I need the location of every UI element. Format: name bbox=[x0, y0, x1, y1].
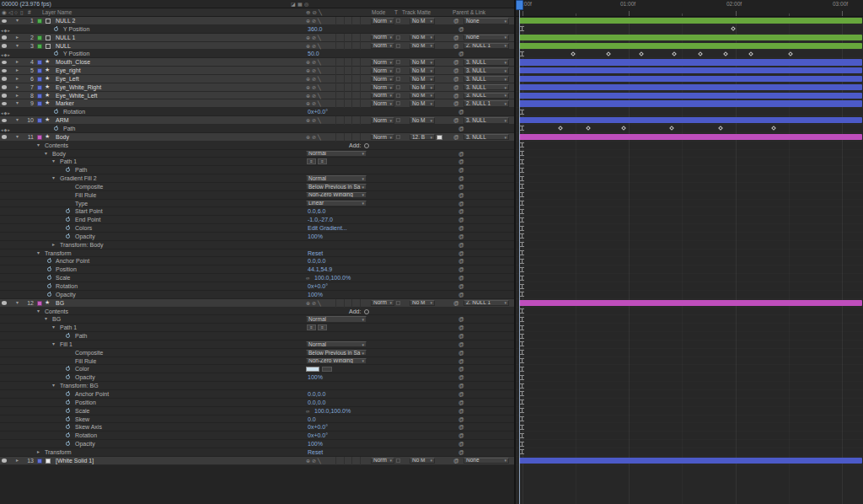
parent-pickwhip-icon[interactable]: @ bbox=[453, 300, 459, 307]
contents-property-name[interactable]: Contents bbox=[45, 142, 68, 149]
stopwatch-icon[interactable] bbox=[47, 267, 51, 271]
layer-name[interactable]: Eye_right bbox=[56, 67, 81, 74]
visibility-eye-icon[interactable] bbox=[2, 135, 7, 139]
property-pickwhip-icon[interactable]: @ bbox=[458, 358, 464, 365]
group-twirl-icon[interactable]: ▾ bbox=[52, 324, 55, 330]
skew-property-name[interactable]: Skew bbox=[75, 416, 89, 423]
property-pickwhip-icon[interactable]: @ bbox=[458, 449, 464, 456]
blend-mode-select[interactable]: Norm▾ bbox=[371, 300, 394, 307]
visibility-eye-icon[interactable] bbox=[2, 77, 7, 81]
stopwatch-icon[interactable] bbox=[66, 334, 70, 338]
group-twirl-icon[interactable]: ▾ bbox=[37, 142, 40, 148]
parent-pickwhip-icon[interactable]: @ bbox=[453, 117, 459, 124]
dimensions-link-icon[interactable]: ∞ bbox=[306, 275, 309, 281]
keyframe-diamond[interactable] bbox=[698, 51, 703, 56]
stopwatch-icon[interactable] bbox=[66, 226, 70, 230]
property-pickwhip-icon[interactable]: @ bbox=[458, 350, 464, 357]
opacity-property-name[interactable]: Opacity bbox=[75, 374, 95, 381]
layer-duration-bar[interactable] bbox=[519, 117, 862, 123]
label-color-chip[interactable] bbox=[37, 458, 42, 464]
property-pickwhip-icon[interactable]: @ bbox=[458, 399, 464, 406]
layer-name[interactable]: BG bbox=[56, 300, 64, 307]
property-pickwhip-icon[interactable]: @ bbox=[458, 217, 464, 223]
gradient-fill-2-property-name[interactable]: Gradient Fill 2 bbox=[60, 175, 97, 182]
layer-switches[interactable]: ⊕⊘╲ bbox=[306, 300, 323, 307]
end-point-property-name[interactable]: End Point bbox=[75, 217, 100, 223]
stopwatch-icon[interactable] bbox=[54, 51, 58, 56]
label-color-chip[interactable] bbox=[37, 68, 42, 73]
property-pickwhip-icon[interactable]: @ bbox=[458, 109, 464, 115]
fill-rule-property-name[interactable]: Fill Rule bbox=[75, 358, 96, 365]
visibility-eye-icon[interactable] bbox=[2, 61, 7, 65]
motion-blur-master-icon[interactable]: ◎ bbox=[304, 1, 308, 8]
visibility-eye-icon[interactable] bbox=[2, 102, 7, 106]
layer-duration-bar[interactable] bbox=[519, 300, 862, 306]
stopwatch-icon[interactable] bbox=[54, 110, 58, 114]
body-dropdown[interactable]: Normal▾ bbox=[306, 151, 367, 158]
layer-switches[interactable]: ⊕⊘╲ bbox=[306, 93, 323, 99]
layer-twirl-icon[interactable]: ▸ bbox=[16, 34, 19, 40]
stopwatch-icon[interactable] bbox=[66, 400, 70, 405]
column-mode[interactable]: Mode bbox=[372, 9, 385, 16]
group-twirl-icon[interactable]: ▾ bbox=[52, 382, 55, 389]
transform-body-property-name[interactable]: Transform: Body bbox=[60, 242, 103, 249]
time-ruler[interactable]: :00f01:00f02:00f03:00f bbox=[516, 0, 863, 17]
property-pickwhip-icon[interactable]: @ bbox=[458, 275, 464, 281]
t-toggle[interactable] bbox=[396, 101, 400, 105]
t-toggle[interactable] bbox=[396, 118, 400, 122]
layer-name[interactable]: Eye_Left bbox=[56, 76, 79, 83]
t-toggle[interactable] bbox=[396, 60, 400, 64]
layer-duration-bar[interactable] bbox=[519, 100, 862, 106]
panel-divider[interactable] bbox=[514, 0, 516, 504]
layer-name[interactable]: Mouth_Close bbox=[56, 59, 90, 66]
layer-switches[interactable]: ⊕⊘╲ bbox=[306, 76, 323, 83]
transform-value[interactable]: Reset bbox=[308, 449, 323, 456]
layer-duration-bar[interactable] bbox=[519, 59, 862, 65]
stopwatch-icon[interactable] bbox=[66, 442, 70, 446]
group-twirl-icon[interactable]: ▸ bbox=[37, 448, 40, 455]
property-pickwhip-icon[interactable]: @ bbox=[458, 242, 464, 249]
layer-duration-bar[interactable] bbox=[519, 93, 862, 99]
anchor-point-property-name[interactable]: Anchor Point bbox=[75, 391, 109, 398]
type-property-name[interactable]: Type bbox=[75, 201, 88, 207]
parent-link-select[interactable]: 3. NULL▾ bbox=[464, 117, 509, 124]
layer-switches[interactable]: ⊕⊘╲ bbox=[306, 35, 323, 41]
y-position-value[interactable]: 50.0 bbox=[308, 51, 319, 57]
stopwatch-icon[interactable] bbox=[66, 375, 70, 379]
anchor-point-value[interactable]: 0.0,0.0 bbox=[308, 258, 325, 265]
composite-property-name[interactable]: Composite bbox=[75, 184, 103, 190]
stopwatch-icon[interactable] bbox=[66, 168, 70, 172]
group-twirl-icon[interactable]: ▾ bbox=[52, 340, 55, 347]
label-color-chip[interactable] bbox=[37, 301, 42, 306]
parent-link-select[interactable]: 3. NULL▾ bbox=[464, 134, 509, 141]
t-toggle[interactable] bbox=[396, 94, 400, 98]
fill-1-dropdown[interactable]: Normal▾ bbox=[306, 341, 367, 348]
layer-twirl-icon[interactable]: ▸ bbox=[16, 58, 19, 65]
property-pickwhip-icon[interactable]: @ bbox=[458, 167, 464, 174]
property-pickwhip-icon[interactable]: @ bbox=[458, 292, 464, 298]
shy-master-icon[interactable]: ◪ bbox=[291, 1, 296, 8]
stopwatch-icon[interactable] bbox=[66, 417, 70, 421]
property-pickwhip-icon[interactable]: @ bbox=[458, 126, 464, 132]
layer-twirl-icon[interactable]: ▾ bbox=[16, 99, 19, 106]
layer-twirl-icon[interactable]: ▸ bbox=[16, 457, 19, 464]
path-1-property-name[interactable]: Path 1 bbox=[60, 324, 77, 331]
keyframe-navigator[interactable]: ◂◆▸ bbox=[1, 126, 11, 133]
keyframe-diamond[interactable] bbox=[558, 126, 563, 131]
blend-mode-select[interactable]: Norm▾ bbox=[371, 43, 394, 50]
fill-rule-dropdown[interactable]: Non-Zero Winding▾ bbox=[306, 192, 367, 199]
layer-switches[interactable]: ⊕⊘╲ bbox=[306, 117, 323, 124]
column-t[interactable]: T bbox=[394, 9, 398, 16]
stopwatch-icon[interactable] bbox=[66, 409, 70, 413]
property-pickwhip-icon[interactable]: @ bbox=[458, 374, 464, 381]
composite-dropdown[interactable]: Below Previous in Sa▾ bbox=[306, 184, 367, 190]
property-pickwhip-icon[interactable]: @ bbox=[458, 441, 464, 448]
layer-twirl-icon[interactable]: ▸ bbox=[16, 67, 19, 73]
visibility-eye-icon[interactable] bbox=[2, 19, 7, 24]
end-point-value[interactable]: -1.0,-27.0 bbox=[308, 217, 333, 223]
keyframe-navigator[interactable]: ◂◆▸ bbox=[1, 110, 11, 116]
property-pickwhip-icon[interactable]: @ bbox=[458, 383, 464, 389]
property-pickwhip-icon[interactable]: @ bbox=[458, 192, 464, 199]
gradient-fill-2-dropdown[interactable]: Normal▾ bbox=[306, 175, 367, 182]
keyframe-diamond[interactable] bbox=[718, 126, 723, 131]
